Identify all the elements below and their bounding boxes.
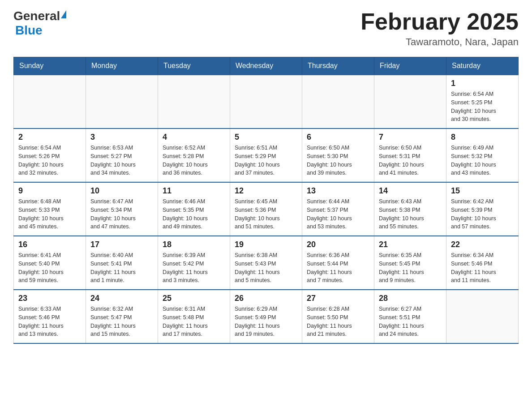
title-area: February 2025 Tawaramoto, Nara, Japan <box>360 9 519 48</box>
day-info: Sunrise: 6:33 AM Sunset: 5:46 PM Dayligh… <box>18 305 81 338</box>
calendar-cell: 5Sunrise: 6:51 AM Sunset: 5:29 PM Daylig… <box>230 128 302 182</box>
day-info: Sunrise: 6:49 AM Sunset: 5:32 PM Dayligh… <box>451 144 514 177</box>
day-info: Sunrise: 6:45 AM Sunset: 5:36 PM Dayligh… <box>235 197 297 231</box>
logo: General Blue <box>13 9 66 38</box>
day-info: Sunrise: 6:50 AM Sunset: 5:31 PM Dayligh… <box>379 144 442 177</box>
day-number: 23 <box>18 294 81 303</box>
day-info: Sunrise: 6:31 AM Sunset: 5:48 PM Dayligh… <box>163 305 225 338</box>
calendar-cell: 19Sunrise: 6:38 AM Sunset: 5:43 PM Dayli… <box>230 236 302 290</box>
calendar-cell <box>14 75 86 128</box>
calendar-cell: 22Sunrise: 6:34 AM Sunset: 5:46 PM Dayli… <box>446 236 519 290</box>
day-info: Sunrise: 6:42 AM Sunset: 5:39 PM Dayligh… <box>451 197 514 231</box>
day-number: 17 <box>90 240 153 249</box>
calendar-week-row: 16Sunrise: 6:41 AM Sunset: 5:40 PM Dayli… <box>14 236 519 290</box>
day-number: 14 <box>379 186 442 196</box>
calendar-cell: 13Sunrise: 6:44 AM Sunset: 5:37 PM Dayli… <box>302 182 374 236</box>
day-info: Sunrise: 6:50 AM Sunset: 5:30 PM Dayligh… <box>307 144 369 177</box>
calendar-cell: 18Sunrise: 6:39 AM Sunset: 5:42 PM Dayli… <box>158 236 230 290</box>
calendar-cell: 27Sunrise: 6:28 AM Sunset: 5:50 PM Dayli… <box>302 290 374 343</box>
calendar-week-row: 9Sunrise: 6:48 AM Sunset: 5:33 PM Daylig… <box>14 182 519 236</box>
calendar-cell: 24Sunrise: 6:32 AM Sunset: 5:47 PM Dayli… <box>86 290 158 343</box>
day-number: 24 <box>90 294 153 303</box>
day-info: Sunrise: 6:46 AM Sunset: 5:35 PM Dayligh… <box>163 197 225 231</box>
day-info: Sunrise: 6:34 AM Sunset: 5:46 PM Dayligh… <box>451 251 514 285</box>
day-number: 22 <box>451 240 514 249</box>
day-number: 27 <box>307 294 369 303</box>
calendar-cell: 8Sunrise: 6:49 AM Sunset: 5:32 PM Daylig… <box>446 128 519 182</box>
day-info: Sunrise: 6:43 AM Sunset: 5:38 PM Dayligh… <box>379 197 442 231</box>
day-info: Sunrise: 6:54 AM Sunset: 5:26 PM Dayligh… <box>18 144 81 177</box>
weekday-header-monday: Monday <box>86 57 158 75</box>
calendar-week-row: 2Sunrise: 6:54 AM Sunset: 5:26 PM Daylig… <box>14 128 519 182</box>
calendar-cell: 17Sunrise: 6:40 AM Sunset: 5:41 PM Dayli… <box>86 236 158 290</box>
weekday-header-tuesday: Tuesday <box>158 57 230 75</box>
calendar-cell <box>86 75 158 128</box>
day-number: 15 <box>451 186 514 196</box>
weekday-header-friday: Friday <box>374 57 446 75</box>
calendar-cell: 4Sunrise: 6:52 AM Sunset: 5:28 PM Daylig… <box>158 128 230 182</box>
day-info: Sunrise: 6:35 AM Sunset: 5:45 PM Dayligh… <box>379 251 442 285</box>
day-number: 13 <box>307 186 369 196</box>
calendar-cell: 14Sunrise: 6:43 AM Sunset: 5:38 PM Dayli… <box>374 182 446 236</box>
day-number: 12 <box>235 186 297 196</box>
calendar-cell: 23Sunrise: 6:33 AM Sunset: 5:46 PM Dayli… <box>14 290 86 343</box>
day-info: Sunrise: 6:41 AM Sunset: 5:40 PM Dayligh… <box>18 251 81 285</box>
day-number: 16 <box>18 240 81 249</box>
day-number: 1 <box>451 79 514 88</box>
calendar-cell: 26Sunrise: 6:29 AM Sunset: 5:49 PM Dayli… <box>230 290 302 343</box>
calendar-cell: 9Sunrise: 6:48 AM Sunset: 5:33 PM Daylig… <box>14 182 86 236</box>
weekday-header-row: SundayMondayTuesdayWednesdayThursdayFrid… <box>14 57 519 75</box>
calendar-table: SundayMondayTuesdayWednesdayThursdayFrid… <box>13 57 519 344</box>
day-number: 2 <box>18 133 81 142</box>
calendar-cell: 7Sunrise: 6:50 AM Sunset: 5:31 PM Daylig… <box>374 128 446 182</box>
day-number: 4 <box>163 133 225 142</box>
calendar-cell: 3Sunrise: 6:53 AM Sunset: 5:27 PM Daylig… <box>86 128 158 182</box>
location-title: Tawaramoto, Nara, Japan <box>360 36 519 48</box>
day-info: Sunrise: 6:52 AM Sunset: 5:28 PM Dayligh… <box>163 144 225 177</box>
day-number: 6 <box>307 133 369 142</box>
day-info: Sunrise: 6:38 AM Sunset: 5:43 PM Dayligh… <box>235 251 297 285</box>
calendar-cell: 11Sunrise: 6:46 AM Sunset: 5:35 PM Dayli… <box>158 182 230 236</box>
day-number: 18 <box>163 240 225 249</box>
weekday-header-saturday: Saturday <box>446 57 519 75</box>
day-info: Sunrise: 6:40 AM Sunset: 5:41 PM Dayligh… <box>90 251 153 285</box>
day-info: Sunrise: 6:51 AM Sunset: 5:29 PM Dayligh… <box>235 144 297 177</box>
calendar-cell <box>374 75 446 128</box>
logo-general-text: General <box>13 9 60 23</box>
day-info: Sunrise: 6:53 AM Sunset: 5:27 PM Dayligh… <box>90 144 153 177</box>
calendar-cell <box>158 75 230 128</box>
calendar-cell: 12Sunrise: 6:45 AM Sunset: 5:36 PM Dayli… <box>230 182 302 236</box>
day-number: 20 <box>307 240 369 249</box>
day-info: Sunrise: 6:32 AM Sunset: 5:47 PM Dayligh… <box>90 305 153 338</box>
logo-text: General Blue <box>13 9 66 38</box>
day-info: Sunrise: 6:54 AM Sunset: 5:25 PM Dayligh… <box>451 90 514 124</box>
day-info: Sunrise: 6:27 AM Sunset: 5:51 PM Dayligh… <box>379 305 442 338</box>
day-number: 19 <box>235 240 297 249</box>
day-number: 7 <box>379 133 442 142</box>
calendar-cell: 1Sunrise: 6:54 AM Sunset: 5:25 PM Daylig… <box>446 75 519 128</box>
day-number: 10 <box>90 186 153 196</box>
weekday-header-wednesday: Wednesday <box>230 57 302 75</box>
weekday-header-sunday: Sunday <box>14 57 86 75</box>
weekday-header-thursday: Thursday <box>302 57 374 75</box>
day-info: Sunrise: 6:39 AM Sunset: 5:42 PM Dayligh… <box>163 251 225 285</box>
calendar-cell: 28Sunrise: 6:27 AM Sunset: 5:51 PM Dayli… <box>374 290 446 343</box>
logo-row1: General <box>13 9 66 23</box>
calendar-cell: 15Sunrise: 6:42 AM Sunset: 5:39 PM Dayli… <box>446 182 519 236</box>
calendar-cell <box>446 290 519 343</box>
day-number: 3 <box>90 133 153 142</box>
page-header: General Blue February 2025 Tawaramoto, N… <box>13 9 519 48</box>
day-info: Sunrise: 6:44 AM Sunset: 5:37 PM Dayligh… <box>307 197 369 231</box>
calendar-cell: 20Sunrise: 6:36 AM Sunset: 5:44 PM Dayli… <box>302 236 374 290</box>
day-info: Sunrise: 6:36 AM Sunset: 5:44 PM Dayligh… <box>307 251 369 285</box>
day-number: 26 <box>235 294 297 303</box>
calendar-cell: 21Sunrise: 6:35 AM Sunset: 5:45 PM Dayli… <box>374 236 446 290</box>
day-info: Sunrise: 6:29 AM Sunset: 5:49 PM Dayligh… <box>235 305 297 338</box>
calendar-cell: 10Sunrise: 6:47 AM Sunset: 5:34 PM Dayli… <box>86 182 158 236</box>
calendar-cell: 2Sunrise: 6:54 AM Sunset: 5:26 PM Daylig… <box>14 128 86 182</box>
day-info: Sunrise: 6:47 AM Sunset: 5:34 PM Dayligh… <box>90 197 153 231</box>
month-title: February 2025 <box>360 9 519 34</box>
calendar-cell: 25Sunrise: 6:31 AM Sunset: 5:48 PM Dayli… <box>158 290 230 343</box>
calendar-week-row: 1Sunrise: 6:54 AM Sunset: 5:25 PM Daylig… <box>14 75 519 128</box>
calendar-cell: 6Sunrise: 6:50 AM Sunset: 5:30 PM Daylig… <box>302 128 374 182</box>
